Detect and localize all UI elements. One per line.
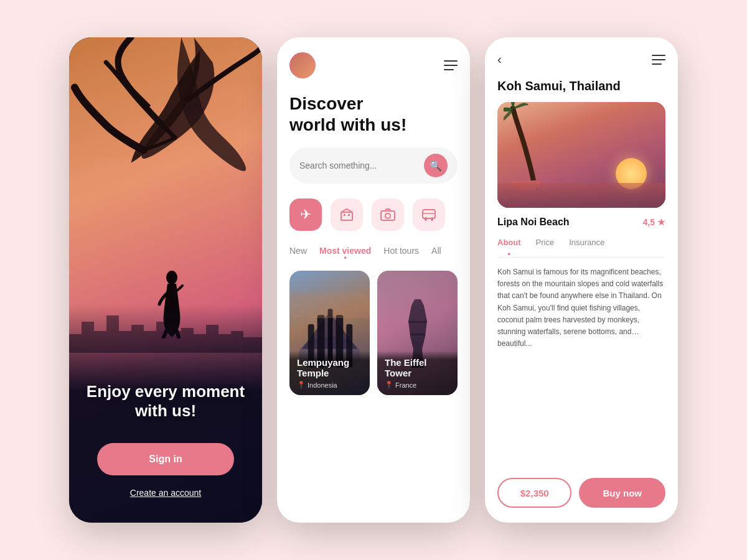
hamburger-menu[interactable]: [444, 60, 458, 70]
category-bus[interactable]: [413, 198, 445, 231]
search-button[interactable]: 🔍: [424, 154, 448, 177]
destination-image: [497, 102, 665, 208]
search-input[interactable]: [299, 161, 418, 170]
svg-rect-9: [425, 210, 428, 213]
location-pin-icon: 📍: [297, 381, 306, 389]
screen1-bottom-overlay: Enjoy every moment with us! Sign in Crea…: [69, 304, 262, 523]
svg-rect-2: [344, 214, 345, 216]
star-icon: ★: [657, 217, 665, 227]
destination-title: Koh Samui, Thailand: [497, 79, 665, 93]
destination-image-bg: [497, 102, 665, 208]
login-screen: Enjoy every moment with us! Sign in Crea…: [69, 37, 262, 523]
discovery-screen: Discover world with us! 🔍 ✈: [277, 37, 470, 523]
screens-container: Enjoy every moment with us! Sign in Crea…: [44, 12, 703, 548]
menu-line-3: [444, 69, 454, 70]
price-button[interactable]: $2,350: [497, 478, 571, 508]
location-pin-icon-2: 📍: [385, 381, 393, 389]
filter-tab-most-viewed[interactable]: Most viewed: [319, 246, 371, 258]
lempuyang-info: LempuyangTemple 📍 Indonesia: [289, 351, 370, 395]
menu-line-1: [444, 60, 458, 62]
hotel-icon: [339, 207, 354, 222]
filter-tabs: New Most viewed Hot tours All: [289, 246, 458, 258]
sky-overlay: [377, 271, 458, 345]
detail-menu[interactable]: [652, 55, 665, 65]
detail-tabs: About Price Insurance: [497, 238, 665, 258]
screen1-tagline: Enjoy every moment with us!: [69, 382, 262, 421]
camera-icon: [380, 208, 395, 222]
palm-scene: [497, 102, 665, 208]
rating-value: 4,5: [643, 217, 655, 227]
destination-lempuyang[interactable]: LempuyangTemple 📍 Indonesia: [289, 271, 370, 395]
lempuyang-name: LempuyangTemple: [297, 357, 362, 378]
svg-rect-1: [341, 212, 352, 220]
palm-tree: [504, 102, 553, 189]
destinations-grid: LempuyangTemple 📍 Indonesia: [289, 271, 458, 508]
lempuyang-location: 📍 Indonesia: [297, 381, 362, 389]
buy-button[interactable]: Buy now: [579, 478, 665, 508]
signin-button[interactable]: Sign in: [97, 443, 234, 475]
discovery-title: Discover world with us!: [289, 93, 458, 135]
screen1-background: Enjoy every moment with us! Sign in Crea…: [69, 37, 262, 523]
eiffel-location: 📍 France: [385, 381, 450, 389]
svg-rect-3: [348, 214, 350, 216]
tab-price[interactable]: Price: [536, 238, 555, 251]
rating: 4,5 ★: [643, 217, 665, 227]
svg-point-5: [385, 213, 390, 218]
filter-tab-all[interactable]: All: [431, 246, 441, 258]
svg-point-7: [425, 218, 427, 221]
user-avatar[interactable]: [289, 52, 316, 78]
beach-rating-row: Lipa Noi Beach 4,5 ★: [497, 217, 665, 228]
search-bar[interactable]: 🔍: [289, 147, 458, 184]
filter-tab-hot-tours[interactable]: Hot tours: [383, 246, 419, 258]
category-hotel[interactable]: [331, 198, 363, 231]
water: [497, 183, 665, 208]
screen3-header: ‹: [497, 52, 665, 67]
eiffel-info: The EiffelTower 📍 France: [377, 351, 458, 395]
action-row: $2,350 Buy now: [497, 478, 665, 508]
detail-menu-line-1: [652, 55, 665, 56]
detail-screen: ‹ Koh Samui, Thailand: [485, 37, 678, 523]
menu-line-2: [444, 65, 458, 66]
filter-tab-new[interactable]: New: [289, 246, 307, 258]
beach-name: Lipa Noi Beach: [497, 217, 570, 228]
avatar-image: [291, 54, 314, 77]
svg-rect-10: [430, 210, 433, 213]
destination-description: Koh Samui is famous for its magnificent …: [497, 266, 665, 465]
tab-insurance[interactable]: Insurance: [569, 238, 604, 251]
create-account-button[interactable]: Create an account: [130, 488, 201, 498]
detail-menu-line-2: [652, 59, 665, 60]
svg-point-8: [431, 218, 433, 221]
screen2-header: [289, 52, 458, 78]
category-camera[interactable]: [372, 198, 404, 231]
screen2-inner: Discover world with us! 🔍 ✈: [277, 37, 470, 523]
category-flight[interactable]: ✈: [289, 198, 322, 231]
bus-icon: [421, 207, 436, 222]
tab-about[interactable]: About: [497, 238, 521, 251]
svg-rect-17: [289, 294, 370, 319]
detail-menu-line-3: [652, 63, 662, 65]
screen3-inner: ‹ Koh Samui, Thailand: [485, 37, 678, 523]
svg-point-0: [166, 271, 177, 284]
category-icons: ✈: [289, 198, 458, 231]
back-button[interactable]: ‹: [497, 52, 502, 67]
eiffel-name: The EiffelTower: [385, 357, 450, 378]
destination-eiffel[interactable]: The EiffelTower 📍 France: [377, 271, 458, 395]
